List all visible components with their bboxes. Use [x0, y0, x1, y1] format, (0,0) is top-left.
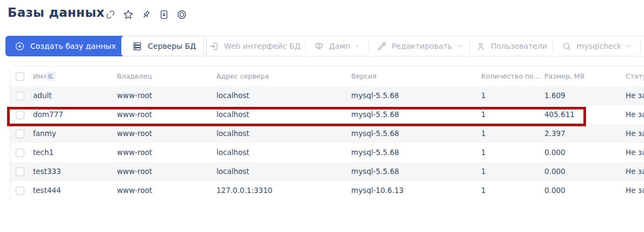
cell-name: test333	[33, 162, 61, 181]
row-checkbox[interactable]	[16, 92, 24, 100]
cell-address: localhost	[216, 86, 249, 105]
dump-button[interactable]: Дамп	[306, 36, 369, 56]
header-name[interactable]: Имя	[33, 67, 47, 86]
cell-version: mysql-5.5.68	[351, 105, 399, 124]
cell-owner: www-root	[117, 124, 152, 143]
page-title: Базы данных	[8, 5, 104, 20]
table-row-tech1[interactable]: tech1 www-root localhost mysql-5.5.68 1 …	[10, 143, 644, 162]
export-document-icon[interactable]	[159, 9, 169, 20]
cell-count: 1	[481, 105, 486, 124]
cell-version: mysql-5.5.68	[351, 143, 399, 162]
create-database-button[interactable]: Создать базу данных	[5, 36, 125, 56]
header-count[interactable]: Количество по…	[481, 67, 540, 86]
title-action-bar	[105, 9, 187, 20]
cell-status: Не запущен	[626, 86, 644, 105]
users-button[interactable]: Пользователи	[470, 36, 553, 56]
cell-version: mysql-5.5.68	[351, 124, 399, 143]
row-checkbox[interactable]	[16, 167, 24, 176]
row-checkbox[interactable]	[16, 186, 24, 195]
enter-icon	[209, 41, 219, 51]
create-database-label: Создать базу данных	[30, 42, 116, 50]
web-interface-label: Web интерфейс БД	[224, 42, 300, 50]
download-icon	[314, 41, 324, 51]
cell-name: fanmy	[33, 124, 56, 143]
cell-count: 1	[481, 124, 486, 143]
header-size[interactable]: Размер, MB	[544, 67, 584, 86]
edit-label: Редактировать	[392, 42, 452, 50]
cell-status: Не запущен	[626, 105, 644, 124]
cell-status: Не запущен	[626, 143, 644, 162]
cell-size: 0.000	[544, 143, 566, 162]
cell-owner: www-root	[117, 143, 152, 162]
cell-size: 405.611	[544, 105, 575, 124]
cell-size: 0.000	[544, 181, 566, 200]
cell-status: Не запущен	[626, 162, 644, 181]
cell-address: localhost	[216, 124, 249, 143]
plus-circle-icon	[15, 41, 25, 51]
chevron-down-icon	[456, 43, 462, 49]
row-checkbox[interactable]	[16, 130, 24, 138]
toolbar-button-group: Web интерфейс БД Дамп Ред	[203, 36, 644, 56]
header-address[interactable]: Адрес сервера	[216, 67, 269, 86]
table-row-fanmy[interactable]: fanmy www-root localhost mysql-5.5.68 1 …	[10, 124, 644, 143]
chevron-down-icon	[354, 43, 360, 49]
chevron-down-icon	[626, 43, 632, 49]
cell-status: Не запущен	[626, 181, 644, 200]
cell-address: localhost	[216, 162, 249, 181]
edit-button[interactable]: Редактировать	[369, 36, 470, 56]
select-all-checkbox[interactable]	[16, 72, 24, 81]
users-label: Пользователи	[491, 42, 547, 50]
pencil-icon	[377, 41, 387, 51]
table-row-dom777[interactable]: dom777 www-root localhost mysql-5.5.68 1…	[10, 105, 644, 124]
cell-count: 1	[481, 143, 486, 162]
cell-name: dom777	[33, 105, 63, 124]
table-row-test333[interactable]: test333 www-root localhost mysql-5.5.68 …	[10, 162, 644, 181]
header-owner[interactable]: Владелец	[117, 67, 152, 86]
user-icon	[476, 41, 486, 51]
cell-owner: www-root	[117, 86, 152, 105]
cell-name: tech1	[33, 143, 54, 162]
chain-link-icon[interactable]	[105, 9, 116, 20]
header-version[interactable]: Версия	[351, 67, 377, 86]
databases-table: Имя Владелец Адрес сервера Версия Количе…	[10, 66, 644, 200]
cell-count: 1	[481, 181, 486, 200]
cell-name: adult	[33, 86, 51, 105]
cell-count: 1	[481, 86, 486, 105]
cell-address: localhost	[216, 143, 249, 162]
cell-version: mysql-10.6.13	[351, 181, 404, 200]
cell-address: 127.0.0.1:3310	[216, 181, 272, 200]
cell-owner: www-root	[117, 181, 152, 200]
cell-status: Не запущен	[626, 124, 644, 143]
cell-address: localhost	[216, 105, 249, 124]
dump-label: Дамп	[329, 42, 350, 50]
cell-size: 2.397	[544, 124, 566, 143]
row-checkbox[interactable]	[16, 149, 24, 157]
db-servers-label: Серверы БД	[148, 42, 196, 50]
cell-version: mysql-5.5.68	[351, 162, 399, 181]
toolbar: Создать базу данных Серверы БД Web интер…	[0, 36, 644, 56]
toolbar-divider	[640, 39, 641, 53]
cell-owner: www-root	[117, 105, 152, 124]
table-row-adult[interactable]: adult www-root localhost mysql-5.5.68 1 …	[10, 86, 644, 105]
cell-name: test444	[33, 181, 61, 200]
target-circle-icon[interactable]	[176, 9, 187, 20]
db-servers-button[interactable]: Серверы БД	[121, 36, 207, 56]
table-header-row: Имя Владелец Адрес сервера Версия Количе…	[10, 67, 644, 86]
search-icon	[562, 41, 572, 51]
star-icon[interactable]	[123, 9, 134, 20]
table-row-test444[interactable]: test444 www-root 127.0.0.1:3310 mysql-10…	[10, 181, 644, 200]
cell-owner: www-root	[117, 162, 152, 181]
cell-size: 0.000	[544, 162, 566, 181]
row-checkbox[interactable]	[16, 111, 24, 119]
pin-icon[interactable]	[141, 9, 152, 20]
servers-icon	[132, 41, 142, 51]
mysqlcheck-button[interactable]: mysqlcheck	[553, 36, 640, 56]
cell-size: 1.609	[544, 86, 566, 105]
header-status[interactable]: Статус	[626, 67, 644, 86]
cell-version: mysql-5.5.68	[351, 86, 399, 105]
cell-count: 1	[481, 162, 486, 181]
sort-ascending-icon[interactable]	[46, 72, 56, 81]
mysqlcheck-label: mysqlcheck	[577, 42, 622, 50]
web-interface-button[interactable]: Web интерфейс БД	[204, 36, 305, 56]
